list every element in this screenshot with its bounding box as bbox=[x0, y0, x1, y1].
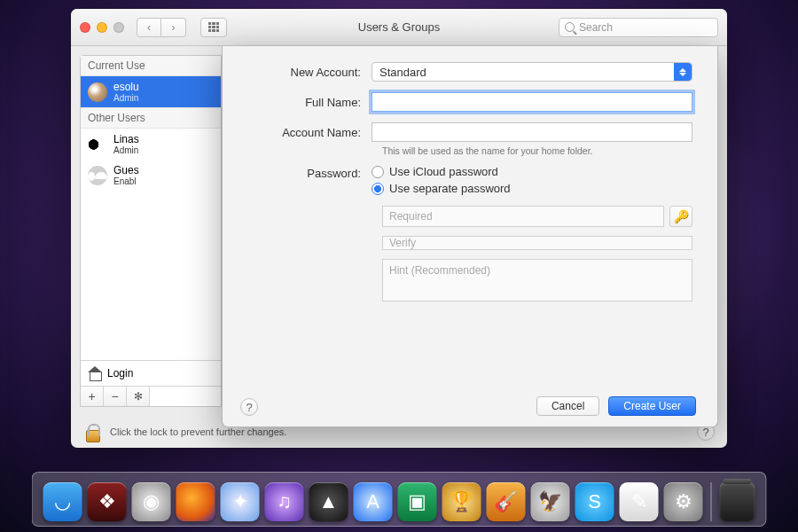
sidebar-item-current-user[interactable]: esolu Admin bbox=[81, 76, 221, 107]
full-name-field[interactable] bbox=[372, 92, 692, 112]
login-options-label: Login bbox=[107, 367, 133, 379]
user-name: Gues bbox=[113, 164, 139, 176]
dock-item-safari[interactable]: ✦ bbox=[221, 482, 260, 521]
full-name-label: Full Name: bbox=[247, 96, 372, 109]
trash-icon[interactable] bbox=[720, 482, 755, 521]
sidebar-item-guest[interactable]: Gues Enabl bbox=[81, 160, 221, 191]
cancel-button[interactable]: Cancel bbox=[536, 396, 599, 416]
dock: ◡❖◉✦♫▲A▣🏆🎸🦅S✎⚙ bbox=[32, 472, 767, 527]
account-type-value: Standard bbox=[379, 66, 426, 79]
users-groups-window: ‹ › Users & Groups Search Current Use es… bbox=[71, 9, 727, 448]
user-role: Admin bbox=[113, 93, 139, 103]
radio-icloud-label: Use iCloud password bbox=[389, 165, 498, 178]
login-options-button[interactable]: Login bbox=[81, 360, 221, 386]
home-icon bbox=[88, 366, 102, 380]
radio-on-icon bbox=[372, 183, 384, 195]
sidebar-item-user[interactable]: Linas Admin bbox=[81, 129, 221, 160]
user-name: Linas bbox=[113, 133, 139, 145]
dock-item-sysprefs[interactable]: ⚙ bbox=[664, 482, 703, 521]
radio-separate-password[interactable]: Use separate password bbox=[372, 182, 692, 195]
search-placeholder: Search bbox=[579, 21, 613, 34]
sheet-help-button[interactable]: ? bbox=[240, 398, 258, 416]
account-name-label: Account Name: bbox=[247, 126, 372, 139]
traffic-lights bbox=[80, 22, 124, 33]
verify-password-field[interactable]: Verify bbox=[382, 236, 692, 250]
lock-icon[interactable] bbox=[83, 421, 101, 442]
close-icon[interactable] bbox=[80, 22, 90, 33]
create-user-button[interactable]: Create User bbox=[608, 396, 696, 416]
chevron-up-down-icon bbox=[674, 63, 692, 81]
lock-text: Click the lock to prevent further change… bbox=[110, 426, 286, 437]
password-hint-field[interactable]: Hint (Recommended) bbox=[382, 259, 692, 301]
radio-separate-label: Use separate password bbox=[389, 182, 511, 195]
avatar-icon bbox=[88, 135, 107, 154]
password-assistant-button[interactable]: 🔑 bbox=[669, 206, 692, 227]
user-role: Admin bbox=[113, 145, 139, 155]
dock-item-mail[interactable]: 🦅 bbox=[531, 482, 570, 521]
show-all-button[interactable] bbox=[200, 18, 227, 37]
account-name-field[interactable] bbox=[372, 122, 692, 142]
account-type-popup[interactable]: Standard bbox=[372, 62, 692, 82]
other-users-header: Other Users bbox=[81, 107, 221, 129]
minimize-icon[interactable] bbox=[97, 22, 107, 33]
avatar-icon bbox=[88, 166, 107, 185]
user-role: Enabl bbox=[113, 176, 139, 186]
users-sidebar: Current Use esolu Admin Other Users Lina… bbox=[80, 55, 222, 407]
search-icon bbox=[565, 22, 575, 32]
grid-icon bbox=[208, 22, 219, 33]
dock-item-vlc[interactable]: ▲ bbox=[309, 482, 348, 521]
account-name-hint: This will be used as the name for your h… bbox=[382, 145, 692, 156]
dock-item-garageband[interactable]: 🎸 bbox=[487, 482, 526, 521]
add-user-button[interactable]: + bbox=[81, 387, 104, 406]
dock-item-finder[interactable]: ◡ bbox=[43, 482, 82, 521]
dock-item-appstore[interactable]: A bbox=[354, 482, 393, 521]
maximize-icon[interactable] bbox=[113, 22, 124, 33]
password-label: Password: bbox=[247, 165, 372, 180]
new-account-sheet: New Account: Standard Full Name: Account… bbox=[222, 46, 718, 427]
dock-item-facetime[interactable]: ◉ bbox=[132, 482, 171, 521]
dock-item-photos[interactable]: ❖ bbox=[88, 482, 127, 521]
dock-item-firefox[interactable] bbox=[176, 482, 215, 521]
radio-icloud-password[interactable]: Use iCloud password bbox=[372, 165, 692, 178]
desktop: ‹ › Users & Groups Search Current Use es… bbox=[0, 0, 798, 532]
remove-user-button[interactable]: − bbox=[104, 387, 127, 406]
nav-back-forward: ‹ › bbox=[137, 18, 186, 37]
current-user-header: Current Use bbox=[81, 56, 221, 76]
user-name: esolu bbox=[113, 81, 139, 93]
titlebar: ‹ › Users & Groups Search bbox=[71, 9, 727, 46]
dock-item-wondershare[interactable]: ▣ bbox=[398, 482, 437, 521]
radio-off-icon bbox=[372, 166, 384, 178]
sidebar-action-bar: + − ✻ bbox=[81, 386, 221, 406]
back-button[interactable]: ‹ bbox=[137, 18, 161, 37]
dock-item-textedit[interactable]: ✎ bbox=[620, 482, 659, 521]
search-input[interactable]: Search bbox=[559, 18, 718, 37]
dock-item-trophy[interactable]: 🏆 bbox=[442, 482, 481, 521]
dock-separator bbox=[711, 482, 712, 521]
key-icon: 🔑 bbox=[674, 209, 689, 223]
dock-item-skype[interactable]: S bbox=[575, 482, 614, 521]
new-account-label: New Account: bbox=[247, 66, 372, 79]
avatar-icon bbox=[88, 82, 107, 102]
forward-button[interactable]: › bbox=[161, 18, 186, 37]
dock-item-itunes[interactable]: ♫ bbox=[265, 482, 304, 521]
user-settings-button[interactable]: ✻ bbox=[127, 387, 150, 406]
password-field[interactable]: Required bbox=[382, 206, 664, 227]
